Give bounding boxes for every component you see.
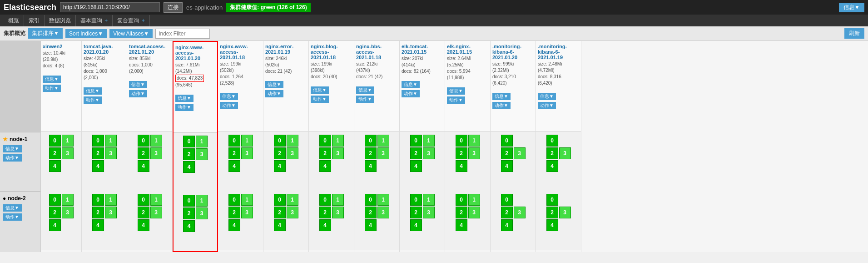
view-aliases-button[interactable]: View Aliases▼ bbox=[109, 29, 153, 38]
index-action-btn-xinwen2[interactable]: 动作▼ bbox=[43, 85, 61, 92]
index-name-xinwen2[interactable]: xinwen2 bbox=[43, 44, 79, 49]
refresh-button[interactable]: 刷新 bbox=[844, 28, 864, 39]
info-button[interactable]: 信息▼ bbox=[839, 3, 864, 12]
node-2-name: ●node-2 bbox=[3, 195, 38, 202]
index-action-btn-nginx-bbs-access-2021.01.18[interactable]: 动作▼ bbox=[356, 96, 374, 103]
star-icon: ★ bbox=[3, 136, 8, 142]
index-name-elk-tomcat-2021.01.15[interactable]: elk-tomcat-2021.01.15 bbox=[402, 44, 443, 55]
shard-cell: 2 bbox=[456, 207, 467, 218]
index-info-btn-nginx-error-2021.01.19[interactable]: 信息▼ bbox=[265, 81, 283, 88]
index-name-nginx-error-2021.01.19[interactable]: nginx-error-2021.01.19 bbox=[265, 44, 307, 55]
index-name-nginx-blog-access-2021.01.18[interactable]: nginx-blog-access-2021.01.18 bbox=[311, 44, 352, 60]
header-bar: Elasticsearch 连接 es-application 集群健康值: g… bbox=[0, 0, 868, 15]
node-1-action-button[interactable]: 动作▼ bbox=[3, 154, 22, 162]
index-info-btn-tomcat-java-2021.01.20[interactable]: 信息▼ bbox=[84, 87, 102, 95]
shard-section-node2-tomcat-access-2021.01.20: 01234 bbox=[127, 191, 172, 250]
index-info-btn-elk-nginx-2021.01.15[interactable]: 信息▼ bbox=[447, 87, 465, 95]
shard-section-node1-nginx-bbs-access-2021.01.18: 01234 bbox=[354, 132, 399, 191]
shard-grid-node2-elk-nginx-2021.01.15: 01234 bbox=[456, 194, 480, 231]
shard-cell: 0 bbox=[183, 195, 195, 207]
url-input[interactable] bbox=[60, 2, 160, 12]
index-action-btn-elk-nginx-2021.01.15[interactable]: 动作▼ bbox=[447, 96, 465, 104]
index-info-btn-nginx-www-access-2021.01.18[interactable]: 信息▼ bbox=[220, 93, 238, 100]
tab-complex-query[interactable]: 复合查询 + bbox=[113, 15, 149, 26]
index-header-nginx-blog-access-2021.01.18: nginx-blog-access-2021.01.18size: 199ki(… bbox=[309, 41, 354, 132]
basic-query-label: 基本查询 bbox=[80, 17, 102, 24]
index-info-btn-xinwen2[interactable]: 信息▼ bbox=[43, 76, 61, 83]
index-name-nginx-www-access-2021.01.18[interactable]: nginx-www-access-2021.01.18 bbox=[220, 44, 261, 60]
index-info-btn-monitoring-kibana-6-2021.01.20[interactable]: 信息▼ bbox=[492, 93, 511, 100]
shard-cell: 4 bbox=[410, 160, 422, 172]
index-header-nginx-error-2021.01.19: nginx-error-2021.01.19size: 246ki(502ki)… bbox=[263, 41, 308, 132]
tab-basic-query[interactable]: 基本查询 + bbox=[76, 15, 113, 26]
index-action-btn-nginx-www-access-2021.01.20[interactable]: 动作▼ bbox=[175, 104, 193, 111]
index-name-tomcat-java-2021.01.20[interactable]: tomcat-java-2021.01.20 bbox=[84, 44, 125, 55]
shard-cell: 0 bbox=[183, 136, 195, 147]
shard-cell: 2 bbox=[365, 147, 377, 159]
shard-grid-node2-tomcat-access-2021.01.20: 01234 bbox=[138, 194, 162, 231]
node-1-info-button[interactable]: 信息▼ bbox=[3, 145, 22, 152]
shard-cell: 0 bbox=[410, 194, 422, 206]
shard-section-node1-nginx-www-access-2021.01.18: 01234 bbox=[218, 132, 263, 191]
index-name-monitoring-kibana-6-2021.01.19[interactable]: .monitoring-kibana-6-2021.01.19 bbox=[538, 44, 579, 60]
index-filter-input[interactable] bbox=[155, 29, 210, 39]
shard-grid-node2-nginx-www-access-2021.01.20: 01234 bbox=[183, 195, 208, 232]
index-name-tomcat-access-2021.01.20[interactable]: tomcat-access-2021.01.20 bbox=[129, 44, 170, 55]
connect-button[interactable]: 连接 bbox=[164, 2, 183, 13]
shard-cell: 3 bbox=[287, 147, 298, 159]
index-name-nginx-bbs-access-2021.01.18[interactable]: nginx-bbs-access-2021.01.18 bbox=[356, 44, 397, 60]
node-2-action-button[interactable]: 动作▼ bbox=[3, 213, 22, 221]
shard-grid-node2-nginx-blog-access-2021.01.18: 01234 bbox=[319, 194, 344, 231]
index-action-btn-elk-tomcat-2021.01.15[interactable]: 动作▼ bbox=[402, 90, 420, 97]
index-info-btn-tomcat-access-2021.01.20[interactable]: 信息▼ bbox=[129, 81, 147, 88]
index-action-btn-monitoring-kibana-6-2021.01.20[interactable]: 动作▼ bbox=[492, 102, 511, 109]
index-name-monitoring-kibana-6-2021.01.20[interactable]: .monitoring-kibana-6-2021.01.20 bbox=[492, 44, 534, 60]
index-info-btn-monitoring-kibana-6-2021.01.19[interactable]: 信息▼ bbox=[538, 93, 556, 100]
shard-cell: 3 bbox=[423, 147, 435, 159]
app-logo: Elasticsearch bbox=[4, 3, 56, 12]
shard-cell: 4 bbox=[456, 219, 467, 231]
shard-section-node1-elk-tomcat-2021.01.15: 01234 bbox=[400, 132, 445, 191]
index-meta-nginx-www-access-2021.01.20: size: 7.61Mi(14.2Mi)docs: 47,823(95,646) bbox=[175, 62, 215, 88]
shard-section-node1-tomcat-access-2021.01.20: 01234 bbox=[127, 132, 172, 191]
shard-cell: 4 bbox=[546, 219, 558, 231]
index-info-btn-nginx-bbs-access-2021.01.18[interactable]: 信息▼ bbox=[356, 86, 374, 94]
index-meta-nginx-bbs-access-2021.01.18: size: 212ki(437ki)docs: 21 (42) bbox=[356, 61, 397, 80]
shard-cell: 2 bbox=[138, 147, 149, 159]
index-action-btn-monitoring-kibana-6-2021.01.19[interactable]: 动作▼ bbox=[538, 102, 556, 109]
shard-cell: 3 bbox=[62, 207, 74, 218]
node-2-info-button[interactable]: 信息▼ bbox=[3, 204, 22, 212]
shard-section-node2-tomcat-java-2021.01.20: 01234 bbox=[82, 191, 127, 250]
index-col-nginx-blog-access-2021.01.18: nginx-blog-access-2021.01.18size: 199ki(… bbox=[309, 41, 354, 252]
sort-indices-button[interactable]: Sort Indices▼ bbox=[65, 29, 107, 38]
shard-section-node2-nginx-blog-access-2021.01.18: 01234 bbox=[309, 191, 354, 250]
nav-tabs: 概览 索引 数据浏览 基本查询 + 复合查询 + bbox=[0, 15, 868, 26]
shard-grid-node1-nginx-www-access-2021.01.18: 01234 bbox=[228, 135, 253, 172]
index-action-btn-nginx-www-access-2021.01.18[interactable]: 动作▼ bbox=[220, 102, 238, 109]
cluster-sort-button[interactable]: 集群排序▼ bbox=[28, 28, 63, 39]
tab-indices[interactable]: 索引 bbox=[24, 15, 45, 26]
tab-data-browse[interactable]: 数据浏览 bbox=[45, 15, 76, 26]
toolbar: 集群概览 集群排序▼ Sort Indices▼ View Aliases▼ 刷… bbox=[0, 26, 868, 41]
shard-grid-node2-nginx-www-access-2021.01.18: 01234 bbox=[228, 194, 253, 231]
tab-overview[interactable]: 概览 bbox=[4, 15, 24, 26]
shard-cell: 0 bbox=[456, 135, 467, 147]
shard-section-node2-nginx-www-access-2021.01.18: 01234 bbox=[218, 191, 263, 250]
index-action-btn-tomcat-access-2021.01.20[interactable]: 动作▼ bbox=[129, 90, 147, 97]
shard-cell: 3 bbox=[377, 207, 389, 218]
shard-cell: 0 bbox=[546, 194, 558, 206]
index-action-btn-tomcat-java-2021.01.20[interactable]: 动作▼ bbox=[84, 96, 102, 104]
index-name-nginx-www-access-2021.01.20[interactable]: nginx-www-access-2021.01.20 bbox=[175, 45, 215, 61]
index-info-btn-elk-tomcat-2021.01.15[interactable]: 信息▼ bbox=[402, 81, 420, 88]
index-name-elk-nginx-2021.01.15[interactable]: elk-nginx-2021.01.15 bbox=[447, 44, 488, 55]
shard-cell: 2 bbox=[92, 207, 104, 218]
index-info-btn-nginx-www-access-2021.01.20[interactable]: 信息▼ bbox=[175, 95, 193, 102]
index-action-btn-nginx-blog-access-2021.01.18[interactable]: 动作▼ bbox=[311, 96, 329, 103]
index-info-btn-nginx-blog-access-2021.01.18[interactable]: 信息▼ bbox=[311, 86, 329, 94]
index-col-nginx-www-access-2021.01.18: nginx-www-access-2021.01.18size: 199ki(5… bbox=[218, 41, 263, 252]
shard-grid-node1-elk-tomcat-2021.01.15: 01234 bbox=[410, 135, 435, 172]
shard-cell: 4 bbox=[365, 219, 377, 231]
index-action-btn-nginx-error-2021.01.19[interactable]: 动作▼ bbox=[265, 90, 283, 97]
index-header-xinwen2: xinwen2size: 10.4ki(20.9ki)docs: 4 (8)信息… bbox=[41, 41, 81, 132]
shard-cell: 3 bbox=[150, 207, 162, 218]
